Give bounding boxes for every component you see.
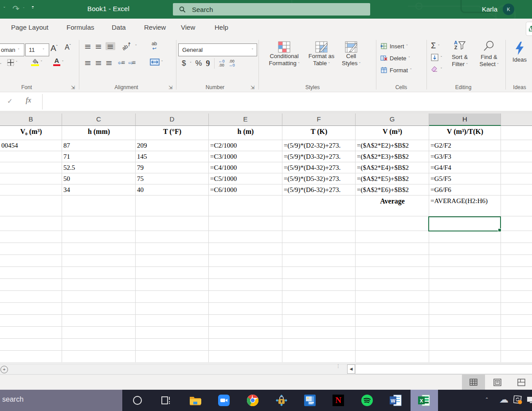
cell[interactable]: [356, 339, 429, 351]
cell[interactable]: =G6/F6: [429, 184, 501, 196]
cell[interactable]: [62, 267, 136, 279]
cell[interactable]: [282, 243, 356, 255]
cell[interactable]: [136, 267, 209, 279]
page-break-preview-button[interactable]: [512, 375, 531, 390]
cell[interactable]: [136, 303, 209, 315]
cell[interactable]: [282, 279, 356, 291]
cell[interactable]: [501, 196, 532, 216]
cell[interactable]: Average: [356, 196, 429, 216]
cell[interactable]: [282, 339, 356, 351]
cell[interactable]: 50: [62, 173, 136, 184]
cell[interactable]: [429, 315, 501, 327]
cell[interactable]: [62, 231, 136, 243]
cell[interactable]: [0, 291, 62, 303]
cell[interactable]: 145: [136, 151, 209, 162]
cell[interactable]: =(5/9)*(D2-32)+273.: [282, 140, 356, 151]
format-as-table-button[interactable]: Format as Table ˇ: [306, 41, 337, 67]
column-header-G[interactable]: G: [356, 114, 429, 126]
cell[interactable]: [0, 303, 62, 315]
chrome-icon[interactable]: [247, 395, 258, 406]
decrease-font-size-button[interactable]: Aˇ: [65, 43, 71, 51]
cell[interactable]: [62, 339, 136, 351]
cell[interactable]: [356, 291, 429, 303]
page-layout-view-button[interactable]: [488, 375, 507, 390]
borders-button[interactable]: ˇ: [7, 59, 17, 66]
insert-function-icon[interactable]: fx: [26, 96, 31, 105]
scroll-left-arrow[interactable]: ◀: [347, 364, 355, 374]
cell[interactable]: [501, 351, 532, 363]
cell[interactable]: [282, 327, 356, 339]
cell[interactable]: [0, 243, 62, 255]
user-name[interactable]: Karla: [482, 5, 497, 13]
font-size-select[interactable]: 11 ˇ: [25, 43, 49, 56]
cell[interactable]: [0, 173, 62, 184]
hidden-icons-chevron[interactable]: ˆ: [486, 397, 488, 403]
format-cells-button[interactable]: Formatˇ: [380, 65, 411, 75]
cell[interactable]: [136, 231, 209, 243]
cell[interactable]: [0, 327, 62, 339]
cell[interactable]: [282, 216, 356, 231]
cell[interactable]: [209, 196, 282, 216]
fill-button[interactable]: ˇ: [431, 54, 442, 61]
cell[interactable]: [356, 303, 429, 315]
increase-indent-button[interactable]: ⇨≡: [129, 59, 136, 66]
cell[interactable]: [136, 351, 209, 363]
fill-color-button[interactable]: ˇ: [31, 58, 42, 66]
cell[interactable]: =(5/9)*(D5-32)+273.: [282, 173, 356, 184]
selected-cell[interactable]: [428, 216, 501, 231]
column-header-B[interactable]: B: [0, 114, 62, 126]
cell[interactable]: [0, 196, 62, 216]
cell[interactable]: =G3/F3: [429, 151, 501, 162]
cell[interactable]: [0, 184, 62, 196]
cell[interactable]: =C2/1000: [209, 140, 282, 151]
cell[interactable]: [209, 291, 282, 303]
cell[interactable]: =($A$2*E4)+$B$2: [356, 162, 429, 173]
cell[interactable]: [501, 173, 532, 184]
cell[interactable]: =(5/9)*(D3-32)+273.: [282, 151, 356, 162]
cell[interactable]: [62, 351, 136, 363]
autosum-button[interactable]: Σˇ: [431, 41, 439, 51]
cell[interactable]: [0, 315, 62, 327]
cell[interactable]: [282, 351, 356, 363]
column-header-E[interactable]: E: [209, 114, 282, 126]
cell[interactable]: [62, 303, 136, 315]
cell[interactable]: 87: [62, 140, 136, 151]
cell[interactable]: [429, 231, 501, 243]
sort-filter-button[interactable]: AZ Sort & Filter ˇ: [446, 40, 473, 68]
cell[interactable]: =(5/9)*(D4-32)+273.: [282, 162, 356, 173]
cell[interactable]: [429, 291, 501, 303]
cell[interactable]: =(5/9)*(D6-32)+273.: [282, 184, 356, 196]
enter-check-icon[interactable]: ✓: [7, 97, 13, 105]
cell[interactable]: [501, 327, 532, 339]
redo-chevron-icon[interactable]: ˇ: [23, 7, 24, 11]
cell[interactable]: [501, 140, 532, 151]
avatar[interactable]: K: [503, 4, 514, 15]
cell[interactable]: [429, 327, 501, 339]
cell[interactable]: 52.5: [62, 162, 136, 173]
cell[interactable]: [62, 279, 136, 291]
cell[interactable]: [0, 216, 62, 231]
cell[interactable]: [429, 267, 501, 279]
fill-handle[interactable]: [498, 228, 501, 232]
cell[interactable]: [209, 315, 282, 327]
cell[interactable]: [429, 339, 501, 351]
search-box[interactable]: Search: [173, 3, 370, 16]
column-header-C[interactable]: C: [62, 114, 136, 126]
security-lock-icon[interactable]: [276, 395, 287, 406]
tab-help[interactable]: Help: [215, 23, 228, 31]
font-dialog-launcher-icon[interactable]: ⇲: [71, 85, 75, 90]
font-color-button[interactable]: A ˇ: [53, 58, 63, 66]
alignment-dialog-launcher-icon[interactable]: ⇲: [168, 85, 172, 90]
autosave-chevron-icon[interactable]: ˇ: [4, 6, 5, 12]
cell[interactable]: =($A$2*E5)+$B$2: [356, 173, 429, 184]
clear-button[interactable]: ˇ: [431, 66, 442, 72]
decrease-indent-button[interactable]: ⇦≡: [118, 59, 125, 66]
redo-icon[interactable]: ↷: [12, 4, 20, 14]
cell[interactable]: [501, 243, 532, 255]
cell[interactable]: [0, 339, 62, 351]
cell[interactable]: [501, 339, 532, 351]
cell[interactable]: [136, 216, 209, 231]
cell[interactable]: [209, 339, 282, 351]
tab-formulas[interactable]: Formulas: [66, 23, 94, 31]
cell[interactable]: [209, 303, 282, 315]
